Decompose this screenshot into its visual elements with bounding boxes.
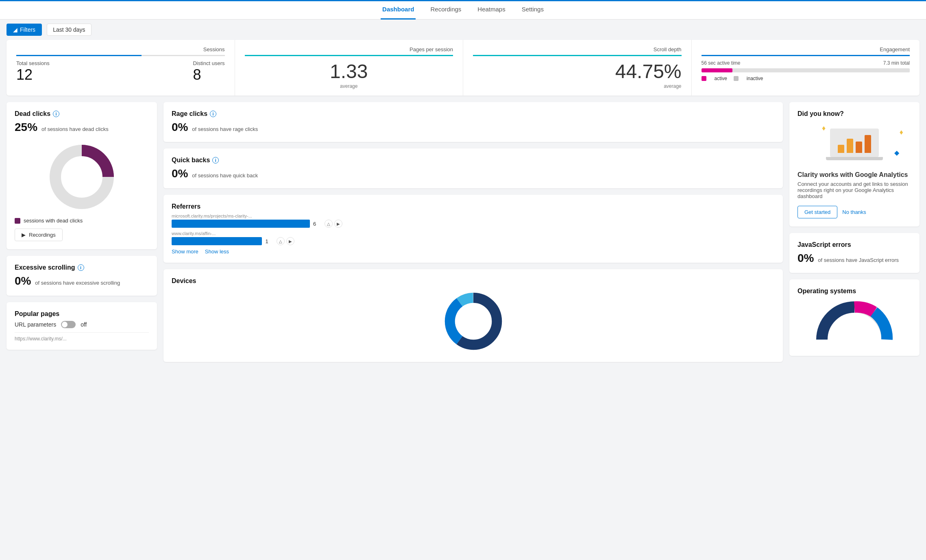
- inactive-label: inactive: [747, 76, 763, 81]
- engagement-times: 56 sec active time 7.3 min total: [702, 60, 910, 66]
- popular-pages-title: Popular pages: [15, 310, 149, 318]
- excessive-scrolling-stat: 0% of sessions have excessive scrolling: [15, 275, 149, 288]
- date-range-button[interactable]: Last 30 days: [47, 24, 91, 36]
- devices-donut-container: [172, 289, 775, 354]
- did-you-know-title: Did you know?: [797, 110, 911, 118]
- recordings-button[interactable]: ▶ Recordings: [15, 229, 63, 241]
- sparkle-icon-2: ♦: [900, 128, 903, 137]
- referrer-bar-1: [172, 220, 310, 228]
- popular-pages-url-hint: https://www.clarity.ms/...: [15, 332, 149, 342]
- laptop-body: [830, 129, 879, 157]
- did-you-know-card: Did you know? ♦ ♦: [789, 102, 919, 227]
- os-donut-container: [797, 299, 911, 348]
- operating-systems-title: Operating systems: [797, 288, 911, 295]
- pages-per-session-label: Pages per session: [245, 46, 453, 52]
- engagement-bar-fill: [702, 68, 733, 72]
- get-started-button[interactable]: Get started: [797, 206, 837, 218]
- referrer-row-2: www.clarity.ms/affin-... 1 △ ▶: [172, 231, 775, 245]
- filters-button[interactable]: ◢ Filters: [7, 24, 42, 36]
- referrer-heatmap-icon-1[interactable]: △: [325, 220, 333, 228]
- nav-settings[interactable]: Settings: [520, 0, 545, 20]
- referrer-icons-1: △ ▶: [325, 220, 342, 228]
- referrer-recording-icon-1[interactable]: ▶: [334, 220, 342, 228]
- url-params-label: URL parameters: [15, 321, 56, 328]
- dead-clicks-desc: of sessions have dead clicks: [41, 126, 109, 132]
- nav-accent-bar: [0, 0, 926, 1]
- dead-clicks-title: Dead clicks i: [15, 110, 149, 118]
- excessive-scrolling-info-icon[interactable]: i: [78, 264, 84, 271]
- bar-2: [847, 139, 853, 153]
- sessions-label: Sessions: [16, 46, 225, 52]
- dead-clicks-legend-label: sessions with dead clicks: [24, 218, 83, 224]
- dead-clicks-donut-chart: [45, 140, 118, 214]
- quick-backs-card: Quick backs i 0% of sessions have quick …: [163, 148, 783, 188]
- javascript-errors-percent: 0%: [797, 252, 814, 264]
- inactive-dot: [734, 76, 739, 81]
- url-params-toggle[interactable]: [61, 321, 76, 328]
- referrer-url-1: microsoft.clarity.ms/projects/ms-clarity…: [172, 214, 775, 218]
- left-column: Dead clicks i 25% of sessions have dead …: [7, 102, 157, 362]
- referrer-heatmap-icon-2[interactable]: △: [277, 237, 285, 245]
- devices-donut-chart: [437, 289, 510, 354]
- total-sessions-group: Total sessions 12: [16, 60, 50, 83]
- engagement-bar: [702, 68, 910, 72]
- engagement-legend: active inactive: [702, 76, 910, 81]
- scroll-depth-avg: average: [473, 83, 682, 89]
- referrers-show-links: Show more Show less: [172, 248, 775, 255]
- engagement-active-time: 56 sec active time: [702, 60, 741, 66]
- quick-backs-info-icon[interactable]: i: [212, 157, 219, 163]
- sessions-divider: [16, 55, 225, 56]
- show-more-link[interactable]: Show more: [172, 248, 198, 255]
- dead-clicks-legend: sessions with dead clicks: [15, 218, 149, 224]
- total-sessions-value: 12: [16, 66, 50, 83]
- rage-clicks-desc: of sessions have rage clicks: [192, 126, 258, 132]
- dead-clicks-info-icon[interactable]: i: [53, 111, 59, 117]
- javascript-errors-title: JavaScript errors: [797, 241, 911, 248]
- javascript-errors-desc: of sessions have JavaScript errors: [818, 257, 899, 263]
- engagement-total-time: 7.3 min total: [883, 60, 910, 66]
- engagement-divider: [702, 55, 910, 56]
- right-column: Did you know? ♦ ♦: [789, 102, 919, 362]
- toolbar: ◢ Filters Last 30 days: [0, 20, 926, 40]
- popular-pages-card: Popular pages URL parameters off https:/…: [7, 302, 157, 350]
- top-navigation: Dashboard Recordings Heatmaps Settings: [0, 0, 926, 20]
- pages-per-session-value: 1.33: [245, 60, 453, 83]
- dead-clicks-donut-container: [15, 140, 149, 214]
- referrer-url-2: www.clarity.ms/affin-...: [172, 231, 775, 236]
- referrer-recording-icon-2[interactable]: ▶: [286, 237, 294, 245]
- rage-clicks-percent: 0%: [172, 121, 188, 133]
- filter-icon: ◢: [13, 26, 17, 33]
- laptop-base: [826, 157, 883, 160]
- show-less-link[interactable]: Show less: [205, 248, 229, 255]
- operating-systems-card: Operating systems: [789, 279, 919, 356]
- dead-clicks-percent: 25%: [15, 121, 37, 133]
- scroll-depth-label: Scroll depth: [473, 46, 682, 52]
- stats-row: Sessions Total sessions 12 Distinct user…: [7, 40, 919, 96]
- scroll-divider: [473, 55, 682, 56]
- rage-clicks-info-icon[interactable]: i: [210, 111, 216, 117]
- rage-clicks-title: Rage clicks i: [172, 110, 775, 118]
- nav-recordings[interactable]: Recordings: [429, 0, 463, 20]
- engagement-block: Engagement 56 sec active time 7.3 min to…: [692, 40, 920, 96]
- nav-dashboard[interactable]: Dashboard: [381, 0, 416, 20]
- quick-backs-desc: of sessions have quick back: [192, 172, 258, 179]
- nav-heatmaps[interactable]: Heatmaps: [476, 0, 507, 20]
- bar-3: [856, 142, 862, 153]
- sparkle-icon-1: ♦: [822, 124, 826, 133]
- active-label: active: [715, 76, 727, 81]
- javascript-errors-card: JavaScript errors 0% of sessions have Ja…: [789, 233, 919, 273]
- no-thanks-button[interactable]: No thanks: [842, 209, 866, 215]
- bar-1: [838, 145, 844, 153]
- pages-per-session-avg: average: [245, 83, 453, 89]
- referrers-title: Referrers: [172, 203, 775, 210]
- dead-clicks-card: Dead clicks i 25% of sessions have dead …: [7, 102, 157, 249]
- url-params-row: URL parameters off: [15, 321, 149, 328]
- referrer-count-2: 1: [265, 238, 273, 244]
- os-donut-chart: [814, 299, 895, 348]
- url-params-value: off: [81, 321, 87, 328]
- scroll-depth-block: Scroll depth 44.75% average: [463, 40, 692, 96]
- dyk-card-title: Clarity works with Google Analytics: [797, 171, 911, 179]
- laptop-illustration: [826, 129, 883, 160]
- referrer-count-1: 6: [313, 221, 321, 227]
- scroll-depth-value: 44.75%: [473, 60, 682, 83]
